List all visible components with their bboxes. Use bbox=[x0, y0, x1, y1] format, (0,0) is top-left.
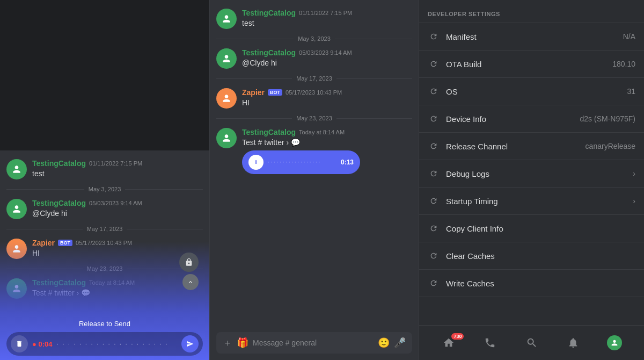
audio-waveform: · · · · · · · · · · · · · · · · · · bbox=[268, 159, 336, 165]
message-input-placeholder: Message # general bbox=[253, 339, 374, 347]
lock-icon bbox=[185, 258, 193, 267]
bot-badge: BOT bbox=[268, 89, 282, 96]
date-divider-text: May 3, 2023 bbox=[89, 186, 121, 192]
settings-item-copy-client-info[interactable]: Copy Client Info bbox=[419, 215, 644, 242]
message-group: TestingCatalog 05/03/2023 9:14 AM @Clyde… bbox=[6, 199, 203, 219]
settings-label: OS bbox=[446, 87, 620, 96]
date-divider-text: May 17, 2023 bbox=[87, 226, 123, 232]
divider-line bbox=[216, 118, 292, 119]
date-divider: May 23, 2023 bbox=[216, 115, 412, 121]
settings-label: Clear Caches bbox=[446, 251, 635, 261]
divider-line bbox=[125, 189, 203, 190]
voice-recording-bar: ● 0:04 · · · · · · · · · · · · · · · · ·… bbox=[6, 332, 203, 356]
refresh-icon bbox=[428, 195, 440, 207]
nav-calls[interactable] bbox=[469, 331, 510, 355]
settings-value: canaryRelease bbox=[586, 142, 635, 150]
settings-label: Release Channel bbox=[446, 142, 579, 151]
settings-label: Debug Logs bbox=[446, 169, 626, 178]
date-divider-text: May 23, 2023 bbox=[296, 115, 332, 121]
message-text: test bbox=[32, 169, 203, 179]
username: TestingCatalog bbox=[242, 48, 296, 57]
send-voice-btn[interactable] bbox=[181, 335, 199, 352]
divider-line bbox=[6, 189, 84, 190]
settings-item-release-channel[interactable]: Release Channel canaryRelease bbox=[419, 133, 644, 160]
dev-settings-title: DEVELOPER SETTINGS bbox=[428, 11, 500, 17]
nav-profile[interactable] bbox=[594, 331, 635, 355]
messages-list-2: TestingCatalog 01/11/2022 7:15 PM test M… bbox=[210, 0, 419, 328]
message-group: TestingCatalog 05/03/2023 9:14 AM @Clyde… bbox=[216, 48, 412, 69]
refresh-icon bbox=[428, 168, 440, 179]
settings-item-device-info[interactable]: Device Info d2s (SM-N975F) bbox=[419, 105, 644, 133]
user-avatar bbox=[607, 335, 622, 350]
nav-search[interactable] bbox=[511, 331, 552, 355]
bottom-nav: 730 bbox=[419, 325, 644, 360]
date-divider-text: May 17, 2023 bbox=[296, 75, 332, 82]
username: TestingCatalog bbox=[32, 159, 86, 168]
release-to-send-label: Release to Send bbox=[79, 320, 130, 328]
divider-line bbox=[336, 78, 412, 79]
audio-duration: 0:13 bbox=[341, 159, 354, 166]
mic-icon[interactable]: 🎤 bbox=[394, 337, 406, 349]
settings-item-ota-build[interactable]: OTA Build 180.10 bbox=[419, 51, 644, 78]
gift-icon[interactable]: 🎁 bbox=[237, 337, 248, 349]
message-header: Zapier BOT 05/17/2023 10:43 PM bbox=[242, 88, 412, 97]
message-content: Zapier BOT 05/17/2023 10:43 PM HI bbox=[242, 88, 412, 109]
username: TestingCatalog bbox=[32, 199, 86, 207]
lock-icon-container bbox=[179, 253, 199, 272]
refresh-icon bbox=[428, 113, 440, 125]
divider-line bbox=[127, 229, 203, 229]
settings-label: OTA Build bbox=[446, 60, 606, 69]
nav-notifications[interactable] bbox=[552, 331, 594, 355]
delete-recording-btn[interactable] bbox=[11, 335, 28, 352]
username: TestingCatalog bbox=[242, 9, 296, 17]
message-header: TestingCatalog 05/03/2023 9:14 AM bbox=[32, 199, 203, 207]
divider-line bbox=[335, 39, 412, 39]
chat-input-row[interactable]: ＋ 🎁 Message # general 🙂 🎤 bbox=[216, 332, 412, 354]
message-text: HI bbox=[242, 98, 412, 109]
message-content: TestingCatalog 01/11/2022 7:15 PM test bbox=[32, 159, 203, 179]
refresh-icon bbox=[428, 58, 440, 70]
refresh-icon bbox=[428, 277, 440, 289]
message-group: TestingCatalog Today at 8:14 AM Test # t… bbox=[216, 128, 412, 176]
nav-badge: 730 bbox=[451, 333, 464, 340]
message-header: TestingCatalog 01/11/2022 7:15 PM bbox=[242, 9, 412, 17]
voice-recording-overlay: Release to Send ● 0:04 · · · · · · · · ·… bbox=[0, 242, 209, 360]
divider-line bbox=[6, 229, 83, 229]
timestamp: 05/17/2023 10:43 PM bbox=[286, 89, 342, 96]
message-text: @Clyde hi bbox=[242, 58, 412, 69]
settings-label: Manifest bbox=[446, 32, 617, 41]
settings-item-manifest[interactable]: Manifest N/A bbox=[419, 23, 644, 51]
panel-1: TestingCatalog 01/11/2022 7:15 PM test M… bbox=[0, 0, 209, 360]
message-header: TestingCatalog 05/03/2023 9:14 AM bbox=[242, 48, 412, 57]
message-content: TestingCatalog 01/11/2022 7:15 PM test bbox=[242, 9, 412, 29]
nav-home[interactable]: 730 bbox=[428, 331, 469, 355]
dev-settings-header: DEVELOPER SETTINGS bbox=[419, 0, 644, 23]
message-content: TestingCatalog Today at 8:14 AM Test # t… bbox=[242, 128, 412, 176]
chevron-up-btn[interactable] bbox=[182, 274, 199, 290]
settings-value: N/A bbox=[623, 32, 635, 41]
username: TestingCatalog bbox=[242, 128, 296, 136]
chevron-icon: › bbox=[633, 169, 635, 178]
timestamp: Today at 8:14 AM bbox=[299, 129, 345, 135]
message-group: TestingCatalog 01/11/2022 7:15 PM test bbox=[6, 159, 203, 179]
divider-line bbox=[216, 78, 292, 79]
settings-item-os[interactable]: OS 31 bbox=[419, 78, 644, 105]
settings-item-debug-logs[interactable]: Debug Logs › bbox=[419, 160, 644, 188]
settings-item-write-caches[interactable]: Write Caches bbox=[419, 270, 644, 297]
settings-item-clear-caches[interactable]: Clear Caches bbox=[419, 242, 644, 270]
refresh-icon bbox=[428, 222, 440, 234]
message-group: Zapier BOT 05/17/2023 10:43 PM HI bbox=[216, 88, 412, 109]
emoji-icon[interactable]: 🙂 bbox=[378, 337, 390, 349]
settings-list: Manifest N/A OTA Build 180.10 OS 31 Devi… bbox=[419, 23, 644, 325]
chat-input-area: ＋ 🎁 Message # general 🙂 🎤 bbox=[210, 328, 419, 360]
audio-player[interactable]: ⏸ · · · · · · · · · · · · · · · · · · 0:… bbox=[242, 150, 360, 174]
refresh-icon bbox=[428, 31, 440, 42]
add-icon[interactable]: ＋ bbox=[223, 336, 232, 349]
timestamp: 05/03/2023 9:14 AM bbox=[299, 49, 352, 56]
message-text: @Clyde hi bbox=[32, 208, 203, 219]
panel-2: TestingCatalog 01/11/2022 7:15 PM test M… bbox=[209, 0, 419, 360]
pause-btn[interactable]: ⏸ bbox=[248, 155, 264, 170]
settings-item-startup-timing[interactable]: Startup Timing › bbox=[419, 188, 644, 215]
message-text: Test # twitter › 💬 bbox=[242, 138, 412, 148]
voice-timer: ● 0:04 bbox=[32, 340, 52, 348]
